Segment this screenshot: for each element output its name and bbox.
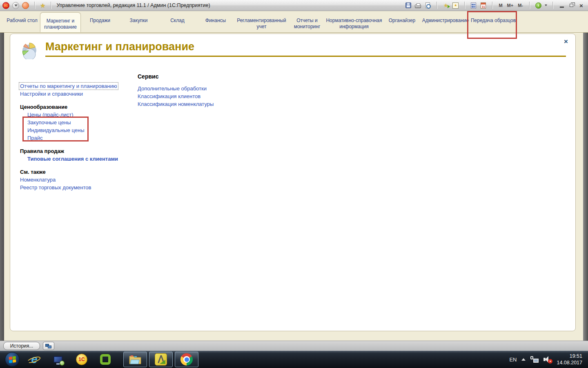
separator xyxy=(492,2,492,9)
memory-button[interactable]: M xyxy=(498,3,503,8)
calculator-icon xyxy=(471,2,476,9)
link-nomenclature-classification[interactable]: Классификация номенклатуры xyxy=(138,100,260,108)
link-price[interactable]: Прайс xyxy=(27,134,138,142)
calendar-icon: 31 xyxy=(481,2,486,9)
tab-sample-transfer[interactable]: Передача образцов xyxy=(470,11,517,32)
tab-sales[interactable]: Продажи xyxy=(81,11,119,32)
panel-close-icon[interactable]: × xyxy=(564,38,568,46)
calendar-button[interactable]: 31 xyxy=(480,2,487,9)
section-tabbar: Рабочий стол Маркетинг и планирование Пр… xyxy=(0,11,588,33)
close-icon: × xyxy=(579,2,583,9)
add-to-favorites-button[interactable]: ★ xyxy=(442,2,449,9)
folder-icon xyxy=(129,354,142,365)
tab-marketing-planning[interactable]: Маркетинг и планирование xyxy=(40,12,81,32)
tab-administration[interactable]: Администрирование xyxy=(421,11,470,32)
taskbar-remote-desktop-button[interactable] xyxy=(49,352,67,367)
restore-button[interactable] xyxy=(568,2,575,9)
chrome-icon xyxy=(180,353,193,366)
1c-logo-icon[interactable]: 1С xyxy=(2,2,9,9)
taskbar-1c-button[interactable]: 1С xyxy=(73,352,91,367)
star-box-icon: ★ xyxy=(452,2,459,9)
right-edge-strip xyxy=(583,33,588,341)
main-menu-button[interactable] xyxy=(12,2,19,9)
history-button[interactable]: История... xyxy=(3,342,40,350)
tray-time: 19:51 xyxy=(557,353,582,359)
restore-icon xyxy=(570,4,573,7)
left-edge-strip xyxy=(0,33,4,341)
system-tray: EN × 19:51 14.08.2017 xyxy=(509,353,588,366)
print-preview-button[interactable] xyxy=(424,2,431,9)
service-menu-button[interactable] xyxy=(22,2,29,9)
link-prices-pricelist[interactable]: Цены (прайс-лист) xyxy=(27,111,138,119)
window-mode-button[interactable] xyxy=(43,342,54,350)
title-underline xyxy=(45,56,566,57)
taskbar-ie-button[interactable]: e xyxy=(25,352,43,367)
separator xyxy=(464,2,465,9)
tab-reference-info[interactable]: Нормативно-справочная информация xyxy=(325,11,383,32)
pie-chart-icon xyxy=(18,39,39,59)
link-trade-documents-register[interactable]: Реестр торговых документов xyxy=(20,184,138,191)
link-marketing-reports[interactable]: Отчеты по маркетингу и планированию xyxy=(19,82,118,90)
taskbar-explorer-button[interactable] xyxy=(123,352,147,367)
link-additional-processing[interactable]: Дополнительные обработки xyxy=(138,85,260,92)
taskbar-vsphere-button[interactable] xyxy=(96,352,114,367)
info-icon: i xyxy=(535,2,541,9)
link-individual-prices[interactable]: Индивидуальные цены xyxy=(27,126,138,134)
star-arrow-icon: ★ xyxy=(443,2,449,9)
link-purchase-prices[interactable]: Закупочные цены xyxy=(27,119,138,126)
windows-logo-icon xyxy=(9,356,16,363)
designer-compass-icon xyxy=(155,353,167,366)
hidden-icons-arrow[interactable] xyxy=(521,358,526,361)
open-favorites-button[interactable]: ★ xyxy=(452,2,459,9)
1c-enterprise-icon: 1С xyxy=(76,354,87,365)
tab-organizer[interactable]: Органайзер xyxy=(383,11,421,32)
save-button[interactable] xyxy=(405,2,412,9)
minimize-button[interactable] xyxy=(558,2,565,9)
start-button[interactable] xyxy=(5,352,20,367)
tab-regulated-accounting[interactable]: Регламентированный учет xyxy=(234,11,289,32)
page-title: Маркетинг и планирование xyxy=(45,40,194,53)
close-button[interactable]: × xyxy=(578,2,585,9)
network-icon[interactable] xyxy=(530,356,539,363)
tab-purchases[interactable]: Закупки xyxy=(119,11,158,32)
memory-minus-button[interactable]: M- xyxy=(517,3,524,8)
section-title-sales-rules: Правила продаж xyxy=(20,147,138,155)
taskbar-designer-button[interactable] xyxy=(149,352,173,367)
minimize-icon xyxy=(560,7,564,8)
section-title-see-also: См. также xyxy=(20,168,138,176)
tab-desktop[interactable]: Рабочий стол xyxy=(4,11,40,32)
desktop-screen: 1С ★ Управление торговлей, редакция 11.1… xyxy=(0,0,588,368)
favorites-star-icon[interactable]: ★ xyxy=(40,2,45,9)
separator xyxy=(437,2,437,9)
separator xyxy=(34,2,35,9)
window-titlebar: 1С ★ Управление торговлей, редакция 11.1… xyxy=(0,0,588,11)
tab-reports-monitoring[interactable]: Отчеты и мониторинг xyxy=(289,11,325,32)
navigation-links-column: Отчеты по маркетингу и планированию Наст… xyxy=(20,82,138,191)
section-title-service: Сервис xyxy=(138,73,260,80)
tray-date: 14.08.2017 xyxy=(557,359,582,366)
tab-finance[interactable]: Финансы xyxy=(197,11,234,32)
link-standard-agreements[interactable]: Типовые соглашения с клиентами xyxy=(27,155,138,163)
chevron-down-icon xyxy=(14,4,18,7)
statusbar: История... xyxy=(0,341,588,351)
muted-speaker-icon[interactable]: × xyxy=(543,356,552,363)
calculator-button[interactable] xyxy=(470,2,477,9)
link-nomenclature[interactable]: Номенклатура xyxy=(20,176,138,184)
windows-taskbar: e 1С EN xyxy=(0,351,588,368)
link-settings-references[interactable]: Настройки и справочники xyxy=(20,90,138,98)
help-button[interactable]: i xyxy=(535,2,542,9)
tray-clock[interactable]: 19:51 14.08.2017 xyxy=(557,353,582,366)
titlebar-toolbar: ★ ★ 31 M M+ M- i × xyxy=(405,2,588,9)
tab-warehouse[interactable]: Склад xyxy=(158,11,197,32)
link-client-classification[interactable]: Классификация клиентов xyxy=(138,92,260,100)
window-title: Управление торговлей, редакция 11.1 / Ад… xyxy=(56,2,210,8)
language-indicator[interactable]: EN xyxy=(509,357,517,363)
magnifier-page-icon xyxy=(425,2,430,8)
separator xyxy=(552,2,553,9)
vsphere-icon xyxy=(100,354,111,365)
print-button[interactable] xyxy=(414,2,421,9)
section-title-pricing: Ценообразование xyxy=(20,103,138,111)
help-dropdown-arrow[interactable] xyxy=(545,4,547,6)
taskbar-chrome-button[interactable] xyxy=(175,352,198,367)
memory-plus-button[interactable]: M+ xyxy=(506,3,514,8)
